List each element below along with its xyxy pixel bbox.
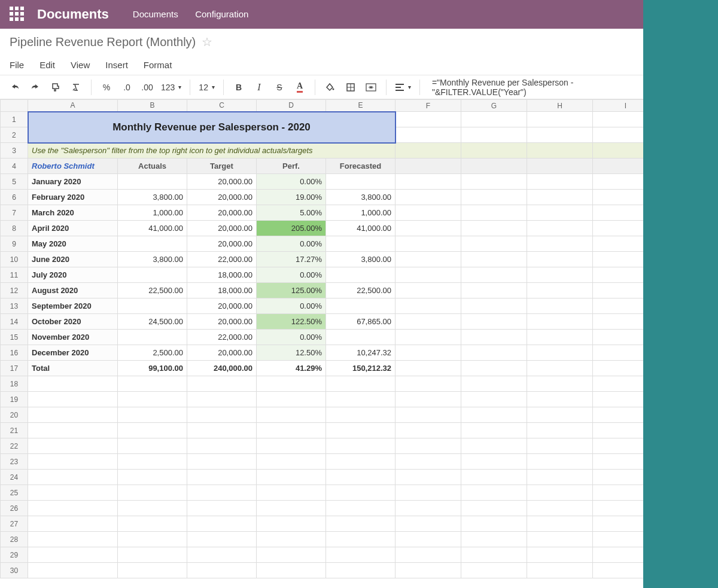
perf-cell[interactable]: 0.00% — [257, 298, 326, 314]
forecast-cell[interactable]: 1,000.00 — [326, 205, 395, 221]
header-target[interactable]: Target — [187, 159, 257, 174]
col-G[interactable]: G — [461, 100, 527, 112]
target-cell[interactable]: 18,000.00 — [187, 283, 257, 298]
actuals-cell[interactable] — [118, 267, 187, 283]
percent-format[interactable]: % — [98, 79, 115, 96]
row-header[interactable]: 2 — [1, 127, 28, 143]
apps-icon[interactable] — [10, 7, 25, 22]
nav-configuration[interactable]: Configuration — [195, 9, 248, 19]
perf-cell[interactable]: 0.00% — [257, 330, 326, 345]
month-cell[interactable]: October 2020 — [28, 314, 118, 330]
favorite-star-icon[interactable]: ☆ — [202, 35, 212, 49]
actuals-cell[interactable] — [118, 298, 187, 314]
col-C[interactable]: C — [187, 100, 257, 112]
row-header[interactable]: 8 — [1, 221, 28, 236]
col-F[interactable]: F — [395, 100, 461, 112]
row-header[interactable]: 14 — [1, 314, 28, 330]
text-color-icon[interactable]: A — [291, 79, 309, 96]
col-E[interactable]: E — [326, 100, 395, 112]
app-brand[interactable]: Documents — [37, 7, 109, 22]
target-cell[interactable]: 22,000.00 — [187, 252, 257, 267]
number-format[interactable]: 123▾ — [159, 79, 184, 96]
row-header[interactable]: 19 — [1, 392, 28, 407]
actuals-cell[interactable] — [118, 174, 187, 190]
month-cell[interactable]: February 2020 — [28, 190, 118, 205]
strike-button[interactable]: S — [270, 79, 288, 96]
sheet-title-cell[interactable]: Monthly Revenue per Salesperson - 2020 — [28, 112, 395, 143]
target-cell[interactable]: 18,000.00 — [187, 267, 257, 283]
select-all-cell[interactable] — [1, 100, 28, 112]
month-cell[interactable]: November 2020 — [28, 330, 118, 345]
month-cell[interactable]: June 2020 — [28, 252, 118, 267]
forecast-cell[interactable]: 3,800.00 — [326, 190, 395, 205]
italic-button[interactable]: I — [250, 79, 268, 96]
col-I[interactable]: I — [593, 100, 644, 112]
actuals-cell[interactable]: 1,000.00 — [118, 205, 187, 221]
actuals-cell[interactable]: 41,000.00 — [118, 221, 187, 236]
target-cell[interactable]: 20,000.00 — [187, 174, 257, 190]
total-perf[interactable]: 41.29% — [257, 361, 326, 376]
target-cell[interactable]: 20,000.00 — [187, 236, 257, 252]
menu-view[interactable]: View — [71, 60, 90, 70]
salesperson-cell[interactable]: Roberto Schmidt — [28, 159, 118, 174]
decimal-increase[interactable]: .00 — [138, 79, 156, 96]
target-cell[interactable]: 20,000.00 — [187, 298, 257, 314]
month-cell[interactable]: April 2020 — [28, 221, 118, 236]
row-header[interactable]: 11 — [1, 267, 28, 283]
col-A[interactable]: A — [28, 100, 118, 112]
target-cell[interactable]: 20,000.00 — [187, 314, 257, 330]
col-D[interactable]: D — [257, 100, 326, 112]
row-header[interactable]: 18 — [1, 376, 28, 392]
perf-cell[interactable]: 19.00% — [257, 190, 326, 205]
column-headers[interactable]: A B C D E F G H I — [1, 100, 644, 112]
row-header[interactable]: 7 — [1, 205, 28, 221]
col-B[interactable]: B — [118, 100, 187, 112]
row-header[interactable]: 5 — [1, 174, 28, 190]
actuals-cell[interactable]: 24,500.00 — [118, 314, 187, 330]
forecast-cell[interactable]: 41,000.00 — [326, 221, 395, 236]
actuals-cell[interactable]: 22,500.00 — [118, 283, 187, 298]
month-cell[interactable]: September 2020 — [28, 298, 118, 314]
target-cell[interactable]: 20,000.00 — [187, 190, 257, 205]
forecast-cell[interactable] — [326, 236, 395, 252]
target-cell[interactable]: 20,000.00 — [187, 205, 257, 221]
row-header[interactable]: 9 — [1, 236, 28, 252]
perf-cell[interactable]: 0.00% — [257, 174, 326, 190]
perf-cell[interactable]: 205.00% — [257, 221, 326, 236]
row-header[interactable]: 27 — [1, 516, 28, 532]
target-cell[interactable]: 20,000.00 — [187, 345, 257, 361]
align-icon[interactable]: ▾ — [393, 79, 413, 96]
month-cell[interactable]: January 2020 — [28, 174, 118, 190]
redo-icon[interactable] — [26, 79, 44, 96]
spreadsheet-area[interactable]: A B C D E F G H I 1Monthly Revenue per S… — [0, 99, 643, 588]
row-header[interactable]: 21 — [1, 423, 28, 438]
forecast-cell[interactable] — [326, 298, 395, 314]
decimal-decrease[interactable]: .0 — [118, 79, 136, 96]
month-cell[interactable]: July 2020 — [28, 267, 118, 283]
total-target[interactable]: 240,000.00 — [187, 361, 257, 376]
perf-cell[interactable]: 125.00% — [257, 283, 326, 298]
row-header[interactable]: 1 — [1, 112, 28, 127]
month-cell[interactable]: December 2020 — [28, 345, 118, 361]
formula-bar[interactable]: ="Monthly Revenue per Salesperson - "&FI… — [426, 78, 637, 97]
row-header[interactable]: 29 — [1, 547, 28, 563]
header-actuals[interactable]: Actuals — [118, 159, 187, 174]
row-header[interactable]: 15 — [1, 330, 28, 345]
row-header[interactable]: 10 — [1, 252, 28, 267]
row-header[interactable]: 12 — [1, 283, 28, 298]
perf-cell[interactable]: 0.00% — [257, 267, 326, 283]
forecast-cell[interactable]: 3,800.00 — [326, 252, 395, 267]
fill-color-icon[interactable] — [321, 79, 339, 96]
forecast-cell[interactable] — [326, 267, 395, 283]
row-header[interactable]: 6 — [1, 190, 28, 205]
spreadsheet-grid[interactable]: A B C D E F G H I 1Monthly Revenue per S… — [0, 99, 643, 578]
col-H[interactable]: H — [527, 100, 593, 112]
menu-insert[interactable]: Insert — [105, 60, 128, 70]
header-forecasted[interactable]: Forecasted — [326, 159, 395, 174]
total-label-cell[interactable]: Total — [28, 361, 118, 376]
actuals-cell[interactable] — [118, 236, 187, 252]
perf-cell[interactable]: 12.50% — [257, 345, 326, 361]
forecast-cell[interactable]: 22,500.00 — [326, 283, 395, 298]
font-size-select[interactable]: 12▾ — [196, 79, 217, 96]
row-header[interactable]: 22 — [1, 438, 28, 454]
